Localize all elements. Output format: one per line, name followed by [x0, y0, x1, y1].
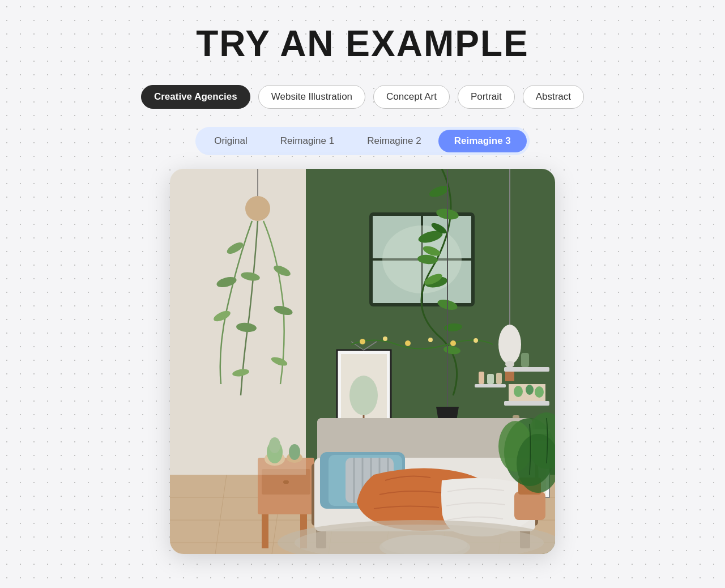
page-title: TRY AN EXAMPLE	[196, 23, 528, 65]
image-tab-reimagine-1[interactable]: Reimagine 1	[265, 130, 350, 152]
image-tab-reimagine-2[interactable]: Reimagine 2	[351, 130, 437, 152]
image-tab-reimagine-3[interactable]: Reimagine 3	[438, 130, 527, 152]
category-tab-portrait[interactable]: Portrait	[458, 85, 515, 109]
category-tab-abstract[interactable]: Abstract	[523, 85, 584, 109]
image-tabs-wrapper: OriginalReimagine 1Reimagine 2Reimagine …	[195, 127, 530, 155]
svg-rect-116	[170, 169, 555, 554]
image-tab-original[interactable]: Original	[198, 130, 263, 152]
category-tab-concept-art[interactable]: Concept Art	[373, 85, 450, 109]
category-tabs-container: Creative AgenciesWebsite IllustrationCon…	[141, 85, 584, 109]
main-image-container	[170, 169, 555, 554]
category-tab-creative-agencies[interactable]: Creative Agencies	[141, 85, 250, 109]
category-tab-website-illustration[interactable]: Website Illustration	[258, 85, 365, 109]
image-tabs-container: OriginalReimagine 1Reimagine 2Reimagine …	[195, 127, 530, 155]
